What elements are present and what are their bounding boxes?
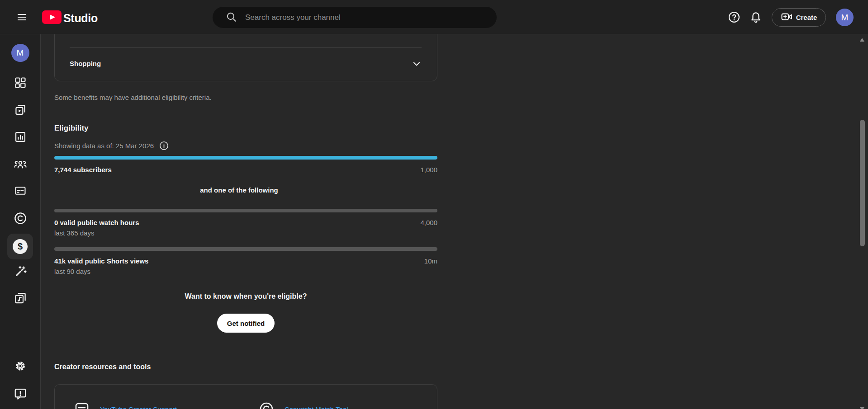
sidebar-item-copyright[interactable]	[0, 212, 40, 227]
info-icon[interactable]	[159, 141, 169, 150]
youtube-studio-page: Shopping Some benefits may have addition…	[0, 0, 868, 409]
sidebar-item-subtitles[interactable]	[0, 184, 40, 199]
sidebar: M	[0, 34, 41, 409]
sidebar-item-analytics[interactable]	[0, 131, 40, 145]
creator-support-link[interactable]: YouTube Creator Support	[100, 405, 177, 409]
monetization-dollar-icon: $	[13, 239, 28, 254]
create-button[interactable]: Create	[772, 8, 826, 27]
channel-avatar[interactable]: M	[11, 44, 29, 62]
cta-question: Want to know when you're eligible?	[54, 292, 437, 301]
search-bar[interactable]	[213, 7, 497, 28]
dashboard-icon	[14, 76, 27, 91]
sidebar-item-channel[interactable]: M	[0, 44, 40, 62]
channel-avatar-initial: M	[17, 48, 24, 58]
magic-wand-icon	[14, 265, 27, 280]
shopping-section-header[interactable]: Shopping	[55, 48, 437, 81]
analytics-icon	[14, 131, 27, 145]
gear-icon	[14, 359, 27, 375]
sidebar-item-community[interactable]	[0, 158, 40, 173]
shorts-views-sublabel: last 90 days	[54, 268, 90, 275]
copyright-icon	[14, 212, 27, 227]
account-avatar[interactable]: M	[836, 9, 854, 26]
feedback-icon	[14, 387, 27, 402]
hamburger-menu-button[interactable]	[16, 12, 27, 23]
copyright-match-link[interactable]: Copyright Match Tool	[285, 405, 348, 409]
resources-heading: Creator resources and tools	[54, 363, 151, 371]
shorts-views-target: 10m	[347, 257, 437, 265]
scrollbar-down-arrow[interactable]	[860, 407, 864, 409]
shopping-section-title: Shopping	[70, 60, 101, 67]
subscribers-progress-fill	[54, 156, 437, 160]
topbar: Studio	[0, 0, 868, 34]
subscribers-label: 7,744 subscribers	[54, 166, 112, 174]
dollar-glyph: $	[18, 241, 23, 252]
scrollbar-thumb[interactable]	[860, 120, 865, 246]
creator-support-icon	[74, 401, 90, 409]
sidebar-item-send-feedback[interactable]	[0, 387, 40, 402]
community-icon	[14, 158, 27, 173]
search-input[interactable]	[245, 13, 480, 22]
get-notified-button[interactable]: Get notified	[217, 314, 275, 333]
eligibility-heading: Eligibility	[54, 124, 89, 133]
create-button-label: Create	[796, 14, 817, 21]
create-video-icon	[781, 11, 792, 24]
help-icon[interactable]	[728, 11, 740, 24]
scrollbar-up-arrow[interactable]	[860, 38, 864, 42]
sidebar-item-dashboard[interactable]	[0, 76, 40, 91]
shorts-views-label: 41k valid public Shorts views	[54, 257, 148, 265]
watch-hours-progress-track	[54, 209, 437, 212]
audio-library-icon	[14, 291, 27, 306]
sidebar-item-monetization-selected[interactable]: $	[7, 234, 33, 259]
watch-hours-target: 4,000	[347, 219, 437, 226]
copyright-match-icon	[258, 401, 275, 409]
sidebar-item-content[interactable]	[0, 103, 40, 118]
sidebar-item-audio-library[interactable]	[0, 291, 40, 306]
watch-hours-sublabel: last 365 days	[54, 229, 94, 237]
watch-hours-label: 0 valid public watch hours	[54, 219, 139, 226]
chevron-down-icon[interactable]	[411, 58, 422, 69]
subtitles-icon	[14, 184, 27, 199]
subscribers-progress-track	[54, 156, 437, 160]
benefits-note: Some benefits may have additional eligib…	[54, 94, 212, 101]
account-avatar-initial: M	[841, 13, 849, 23]
subscribers-target: 1,000	[347, 166, 437, 174]
resources-card: YouTube Creator Support Copyright Match …	[54, 384, 437, 409]
studio-logo-text: Studio	[63, 12, 98, 25]
connector-text: and one of the following	[54, 186, 424, 194]
sidebar-item-customization[interactable]	[0, 265, 40, 280]
youtube-play-icon	[42, 10, 62, 26]
notifications-bell-icon[interactable]	[749, 11, 762, 24]
sidebar-item-settings[interactable]	[0, 359, 40, 375]
search-icon	[225, 11, 237, 24]
content-icon	[14, 103, 27, 118]
data-as-of-text: Showing data as of: 25 Mar 2026	[54, 142, 154, 150]
shorts-views-progress-track	[54, 247, 437, 251]
studio-logo[interactable]: Studio	[42, 10, 98, 26]
